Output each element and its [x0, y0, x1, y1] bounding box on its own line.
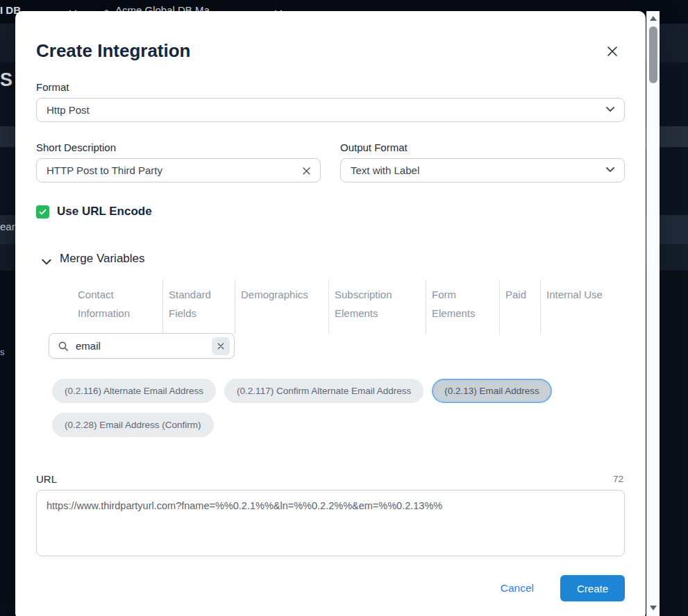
chevron-down-icon: [605, 164, 616, 178]
tab-label: Paid: [505, 289, 526, 300]
use-url-encode-label: Use URL Encode: [57, 205, 152, 219]
scroll-down-arrow-icon[interactable]: [647, 602, 660, 613]
tab-form-elements[interactable]: Form Elements: [426, 280, 500, 335]
screen: I DB Acme Global DB Ma S eam s Create In…: [0, 0, 688, 616]
search-clear-icon[interactable]: [212, 337, 230, 355]
close-icon[interactable]: [603, 42, 622, 61]
output-format-label: Output Format: [340, 142, 408, 153]
merge-variable-chips: (0.2.116) Alternate Email Address (0.2.1…: [52, 379, 594, 437]
scroll-up-arrow-icon[interactable]: [647, 12, 660, 24]
merge-variables-label: Merge Variables: [60, 252, 145, 266]
short-description-label: Short Description: [36, 142, 116, 153]
use-url-encode-checkbox[interactable]: [36, 205, 49, 219]
chip-email-address-confirm[interactable]: (0.2.28) Email Address (Confirm): [52, 413, 214, 437]
scrollbar-thumb[interactable]: [649, 26, 657, 83]
tab-paid[interactable]: Paid: [500, 280, 541, 335]
search-icon: [58, 341, 69, 354]
clear-icon[interactable]: [299, 164, 313, 178]
create-button[interactable]: Create: [560, 575, 625, 601]
url-char-count: 72: [613, 474, 623, 484]
url-label: URL: [36, 473, 57, 485]
format-select[interactable]: Http Post: [36, 98, 625, 122]
tab-label: Contact Information: [78, 289, 130, 319]
merge-variables-tabs: Contact Information Standard Fields Demo…: [72, 280, 621, 335]
modal-title: Create Integration: [36, 40, 191, 62]
url-textarea[interactable]: https://www.thirdpartyurl.com?fname=%%0.…: [36, 490, 625, 556]
cancel-button[interactable]: Cancel: [501, 582, 534, 594]
background-text-fragment: S: [0, 69, 12, 91]
tab-label: Subscription Elements: [335, 289, 392, 319]
output-format-select-value: Text with Label: [351, 164, 419, 176]
tab-label: Standard Fields: [169, 289, 211, 319]
tab-label: Form Elements: [432, 289, 476, 319]
tab-contact-information[interactable]: Contact Information: [72, 280, 163, 335]
vertical-scrollbar: [646, 11, 660, 616]
create-integration-modal: Create Integration Format Http Post Shor…: [15, 11, 646, 616]
tab-subscription-elements[interactable]: Subscription Elements: [329, 280, 426, 335]
format-select-value: Http Post: [47, 104, 90, 116]
merge-variables-collapse-chevron-icon[interactable]: [40, 255, 53, 271]
short-description-input[interactable]: [37, 164, 320, 176]
tab-label: Demographics: [241, 289, 308, 300]
background-text-fragment: s: [0, 347, 5, 357]
tab-standard-fields[interactable]: Standard Fields: [163, 280, 235, 335]
merge-variable-search: [49, 333, 235, 359]
chip-email-address[interactable]: (0.2.13) Email Address: [432, 379, 552, 403]
search-input[interactable]: [49, 334, 234, 358]
chip-confirm-alternate-email-address[interactable]: (0.2.117) Confirm Alternate Email Addres…: [224, 379, 423, 403]
format-label: Format: [36, 81, 69, 93]
tab-demographics[interactable]: Demographics: [235, 280, 329, 335]
modal-actions: Cancel Create: [501, 574, 625, 602]
chevron-down-icon: [605, 103, 616, 117]
output-format-select[interactable]: Text with Label: [340, 158, 625, 182]
chip-alternate-email-address[interactable]: (0.2.116) Alternate Email Address: [52, 379, 216, 403]
check-icon: [38, 207, 47, 216]
tab-label: Internal Use: [546, 289, 603, 300]
tab-internal-use[interactable]: Internal Use: [541, 280, 615, 335]
short-description-field-wrap: [36, 158, 321, 182]
